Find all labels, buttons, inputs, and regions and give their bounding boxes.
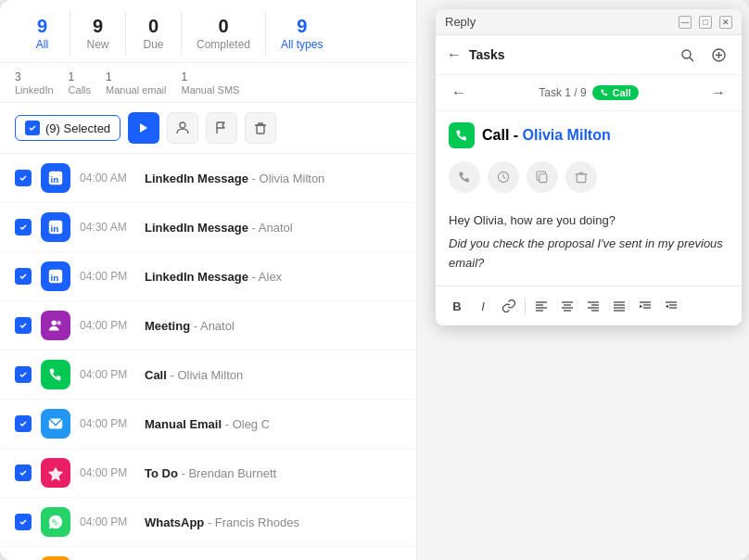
task-row[interactable]: 04:00 PM SMS - Rouf Zargar (0, 547, 416, 560)
outdent-button[interactable] (659, 294, 683, 318)
task-detail-title: Call - Olivia Milton (482, 127, 611, 144)
body-line1: Hey Olivia, how are you doing? (449, 211, 729, 231)
reply-window: Reply — □ ✕ ← Tasks (436, 9, 742, 325)
task-type-icon (41, 458, 70, 488)
stat-all-types[interactable]: 9 All types (266, 11, 337, 55)
stat-due-number: 0 (148, 15, 159, 37)
task-time: 04:00 PM (80, 466, 135, 479)
svg-line-15 (690, 57, 693, 61)
selected-label: (9) Selected (45, 121, 110, 135)
filter-linkedin[interactable]: 3LinkedIn (15, 70, 54, 96)
trash-icon-button[interactable] (245, 112, 276, 144)
task-type-icon (41, 409, 70, 439)
svg-rect-21 (577, 174, 586, 183)
add-icon-button[interactable] (706, 43, 730, 67)
stats-bar: 9 All 9 New 0 Due 0 Completed 9 All type… (0, 0, 416, 63)
task-nav-text: Task 1 / 9 (539, 86, 586, 99)
task-time: 04:00 PM (80, 515, 135, 528)
task-checkbox[interactable] (15, 465, 32, 481)
stat-new[interactable]: 9 New (70, 11, 126, 55)
task-title: LinkedIn Message - Anatol (145, 221, 293, 235)
task-row[interactable]: 04:00 PM Meeting - Anatol (0, 301, 416, 350)
justify-button[interactable] (607, 294, 631, 318)
svg-point-14 (682, 50, 691, 58)
task-checkbox[interactable] (15, 415, 32, 432)
next-task-button[interactable]: → (706, 81, 730, 105)
task-checkbox[interactable] (15, 317, 32, 334)
align-center-button[interactable] (555, 294, 579, 318)
link-button[interactable] (497, 294, 521, 318)
bold-button[interactable]: B (445, 294, 469, 318)
task-time: 04:00 PM (80, 368, 135, 381)
task-type-badge: Call (592, 85, 639, 100)
play-button[interactable] (128, 112, 159, 144)
trash-action-button[interactable] (565, 161, 597, 193)
task-checkbox[interactable] (15, 170, 32, 186)
tasks-label: Tasks (469, 47, 667, 62)
phone-action-button[interactable] (449, 161, 480, 193)
task-type-icon (41, 507, 70, 537)
task-time: 04:30 AM (80, 221, 135, 234)
task-list: in 04:00 AM LinkedIn Message - Olivia Mi… (0, 154, 416, 560)
align-left-button[interactable] (529, 294, 553, 318)
task-type-icon: in (41, 261, 70, 291)
task-title: To Do - Brendan Burnett (145, 466, 276, 480)
task-checkbox[interactable] (15, 366, 32, 383)
task-row[interactable]: 04:00 PM WhatsApp - Francis Rhodes (0, 498, 416, 547)
prev-task-button[interactable]: ← (447, 81, 471, 105)
task-checkbox[interactable] (15, 514, 32, 530)
task-title: LinkedIn Message - Olivia Milton (145, 172, 324, 185)
task-time: 04:00 PM (80, 319, 135, 332)
minimize-button[interactable]: — (679, 16, 692, 29)
stat-all-label: All (36, 38, 48, 51)
left-panel: 9 All 9 New 0 Due 0 Completed 9 All type… (0, 0, 417, 560)
stat-due[interactable]: 0 Due (126, 11, 182, 55)
align-right-button[interactable] (581, 294, 605, 318)
task-row[interactable]: in 04:30 AM LinkedIn Message - Anatol (0, 203, 416, 252)
copy-action-button[interactable] (527, 161, 558, 193)
task-detail-header: Call - Olivia Milton (436, 111, 742, 156)
task-row[interactable]: 04:00 PM To Do - Brendan Burnett (0, 449, 416, 498)
filter-manual-sms[interactable]: 1Manual SMS (181, 70, 239, 96)
maximize-button[interactable]: □ (699, 16, 712, 29)
filter-manual-email[interactable]: 1Manual email (106, 70, 166, 96)
task-row[interactable]: in 04:00 AM LinkedIn Message - Olivia Mi… (0, 154, 416, 203)
task-detail-type: Call (482, 127, 509, 143)
italic-button[interactable]: I (471, 294, 495, 318)
task-type-icon (41, 556, 70, 560)
svg-point-1 (180, 122, 185, 128)
task-title: WhatsApp - Francis Rhodes (145, 515, 299, 529)
back-arrow-icon[interactable]: ← (447, 46, 462, 63)
task-row[interactable]: in 04:00 PM LinkedIn Message - Alex (0, 252, 416, 301)
task-checkbox[interactable] (15, 219, 32, 235)
flag-icon-button[interactable] (206, 112, 237, 144)
task-checkbox[interactable] (15, 268, 32, 285)
type-filter-bar: 3LinkedIn 1Calls 1Manual email 1Manual S… (0, 63, 416, 103)
filter-calls[interactable]: 1Calls (69, 70, 91, 96)
task-row[interactable]: 04:00 PM Call - Olivia Milton (0, 350, 416, 400)
task-title: Meeting - Anatol (145, 319, 235, 333)
stat-all-types-number: 9 (297, 15, 307, 37)
window-controls: — □ ✕ (679, 16, 732, 29)
task-row[interactable]: 04:00 PM Manual Email - Oleg C (0, 400, 416, 449)
right-panel: Reply — □ ✕ ← Tasks (417, 0, 749, 560)
stat-due-label: Due (143, 38, 163, 51)
stat-all[interactable]: 9 All (15, 11, 70, 55)
svg-marker-0 (140, 123, 147, 133)
task-time: 04:00 PM (80, 417, 135, 430)
stat-new-number: 9 (93, 15, 103, 37)
person-icon-button[interactable] (167, 112, 198, 144)
clock-action-button[interactable] (488, 161, 519, 193)
toolbar: (9) Selected (0, 103, 416, 154)
stat-completed-number: 0 (218, 15, 228, 37)
select-all-checkbox[interactable]: (9) Selected (15, 115, 121, 141)
task-badge-label: Call (613, 87, 631, 98)
task-actions (436, 156, 742, 202)
close-button[interactable]: ✕ (719, 16, 732, 29)
search-icon-button[interactable] (675, 43, 699, 67)
indent-button[interactable] (633, 294, 657, 318)
stat-completed[interactable]: 0 Completed (182, 11, 266, 55)
svg-point-10 (57, 321, 61, 325)
check-icon (25, 121, 40, 135)
task-type-icon (41, 360, 70, 389)
